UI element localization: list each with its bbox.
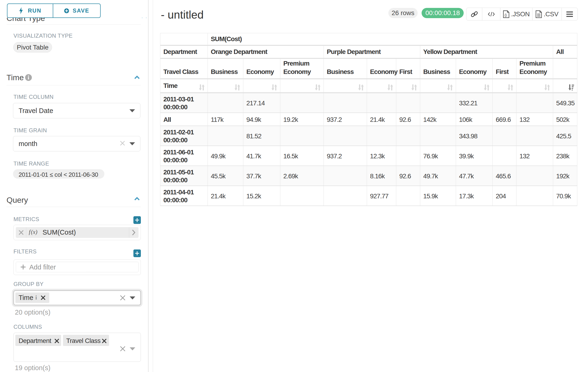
svg-text:{}: {} bbox=[504, 13, 507, 17]
